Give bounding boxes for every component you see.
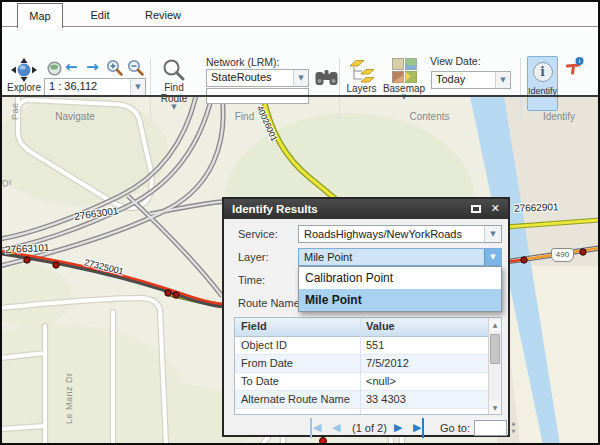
layer-label: Layer: — [238, 251, 269, 263]
route-name-label: Route Name: — [238, 297, 303, 309]
goto-label: Go to: — [440, 418, 470, 438]
street-label-le-manz: Le Manz Dr — [64, 372, 74, 424]
layers-label: Layers — [346, 83, 376, 94]
layer-dropdown-list: Calibration Point Mile Point — [298, 266, 502, 312]
service-dropdown-icon[interactable]: ▼ — [484, 226, 501, 242]
service-value: RoadsHighways/NewYorkRoads — [304, 228, 462, 240]
scrollbar-thumb[interactable] — [490, 334, 500, 364]
goto-page-input[interactable] — [474, 420, 507, 436]
first-page-button[interactable]: ◀ — [310, 418, 321, 438]
binoculars-icon[interactable] — [315, 69, 338, 86]
previous-page-button[interactable]: ◀ — [332, 418, 340, 438]
ribbon-tab-bar: Map Edit Review — [0, 0, 600, 27]
full-extent-globe-icon[interactable] — [47, 61, 62, 76]
scrollbar-down-icon[interactable]: ▼ — [489, 401, 501, 414]
attribute-table: Field Value Object ID551 From Date7/5/20… — [234, 317, 502, 415]
table-scrollbar[interactable]: ▲ ▼ — [488, 318, 501, 414]
zoom-in-icon[interactable] — [106, 59, 124, 77]
tab-edit-label: Edit — [91, 9, 110, 21]
group-label-identify: Identify — [520, 111, 598, 122]
forward-arrow-glyph: → — [86, 58, 99, 76]
next-page-button[interactable]: ▶ — [394, 418, 402, 438]
spinner-up-icon[interactable]: ▲ — [509, 419, 518, 427]
find-route-label-line1: Find — [164, 82, 183, 93]
explore-button[interactable]: Explore — [5, 58, 43, 93]
tab-map-label: Map — [29, 10, 50, 22]
map-scale-dropdown-icon[interactable]: ▼ — [130, 79, 145, 95]
group-label-contents: Contents — [339, 111, 520, 122]
table-row[interactable]: From Date7/5/2012 — [235, 355, 501, 373]
table-row-partial — [235, 409, 501, 415]
find-route-button[interactable]: Find Route ▼ — [153, 58, 195, 110]
dialog-close-icon[interactable]: ✕ — [491, 202, 500, 215]
route-label: 27663101 — [5, 242, 50, 255]
pagination-bar: ◀ ◀ (1 of 2) ▶ ▶ Go to: ▲ ▼ — [224, 418, 512, 438]
identify-results-dialog: Identify Results ✕ Service: RoadsHighway… — [222, 197, 510, 437]
network-lrm-value: StateRoutes — [211, 71, 272, 83]
table-header-value: Value — [366, 320, 395, 332]
table-header-row: Field Value — [235, 318, 501, 337]
map-scale-value: 1 : 36,112 — [49, 80, 97, 92]
group-label-navigate: Navigate — [0, 111, 150, 122]
view-date-value: Today — [436, 73, 465, 85]
find-route-dropdown-icon: ▼ — [171, 104, 176, 110]
table-column-divider — [360, 318, 361, 414]
explore-pan-icon — [11, 58, 37, 82]
layer-value: Mile Point — [304, 251, 352, 263]
page-indicator: (1 of 2) — [352, 418, 387, 438]
app-window: Map Edit Review Explore ← → — [0, 0, 600, 445]
view-date-combo[interactable]: Today ▼ — [431, 71, 511, 89]
tab-map[interactable]: Map — [17, 3, 63, 28]
group-separator — [520, 58, 521, 119]
group-separator — [339, 58, 340, 119]
table-row[interactable]: Object ID551 — [235, 337, 501, 355]
group-separator — [150, 58, 151, 119]
service-combo[interactable]: RoadsHighways/NewYorkRoads ▼ — [298, 225, 502, 243]
back-arrow-glyph: ← — [65, 58, 78, 76]
svg-text:i: i — [579, 57, 581, 64]
dialog-title: Identify Results — [232, 203, 318, 215]
ribbon: Explore ← → 1 : 36,112 ▼ Navigate — [0, 28, 600, 95]
layer-combo[interactable]: Mile Point ▼ — [298, 248, 502, 266]
group-label-find: Find — [150, 111, 339, 122]
street-label-dr: Dr — [1, 177, 13, 189]
view-date-dropdown-icon[interactable]: ▼ — [495, 72, 510, 88]
dialog-title-bar[interactable]: Identify Results — [224, 199, 508, 219]
last-page-button[interactable]: ▶ — [413, 418, 424, 438]
scrollbar-up-icon[interactable]: ▲ — [489, 318, 501, 331]
network-lrm-dropdown-icon[interactable]: ▼ — [293, 70, 308, 86]
layers-icon — [349, 58, 375, 83]
route-label: 27662901 — [514, 201, 559, 214]
basemap-icon — [392, 58, 417, 83]
find-route-magnifier-icon — [162, 58, 186, 82]
table-row[interactable]: To Date<null> — [235, 373, 501, 391]
table-header-field: Field — [241, 320, 267, 332]
dropdown-option-mile-point[interactable]: Mile Point — [299, 289, 501, 311]
identify-button[interactable]: i Identify — [527, 56, 558, 111]
zoom-out-icon[interactable] — [127, 59, 145, 77]
tab-edit[interactable]: Edit — [77, 3, 123, 28]
tab-review[interactable]: Review — [134, 3, 192, 28]
dropdown-option-calibration-point[interactable]: Calibration Point — [299, 267, 501, 289]
table-row[interactable]: Alternate Route Name33 4303 — [235, 391, 501, 409]
identify-icon: i — [533, 62, 553, 82]
basemap-button[interactable]: Basemap ▼ — [382, 58, 426, 100]
identify-route-location-icon[interactable]: i — [565, 57, 585, 76]
network-lrm-combo[interactable]: StateRoutes ▼ — [206, 69, 309, 87]
explore-label: Explore — [7, 82, 41, 93]
service-label: Service: — [238, 228, 278, 240]
view-date-label: View Date: — [430, 55, 481, 67]
highway-shield-490: 490 — [551, 248, 574, 262]
previous-extent-icon[interactable]: ← — [65, 58, 78, 76]
spinner-down-icon[interactable]: ▼ — [509, 427, 518, 435]
ribbon-map-divider — [0, 95, 600, 97]
layers-button[interactable]: Layers — [343, 58, 380, 94]
tab-review-label: Review — [145, 9, 181, 21]
next-extent-icon[interactable]: → — [86, 58, 99, 76]
dialog-maximize-icon[interactable] — [471, 205, 481, 213]
time-label: Time: — [238, 274, 265, 286]
layer-dropdown-icon[interactable]: ▼ — [484, 249, 501, 265]
network-lrm-label: Network (LRM): — [206, 56, 280, 68]
map-scale-combo[interactable]: 1 : 36,112 ▼ — [44, 78, 146, 96]
goto-spinner[interactable]: ▲ ▼ — [509, 419, 518, 437]
